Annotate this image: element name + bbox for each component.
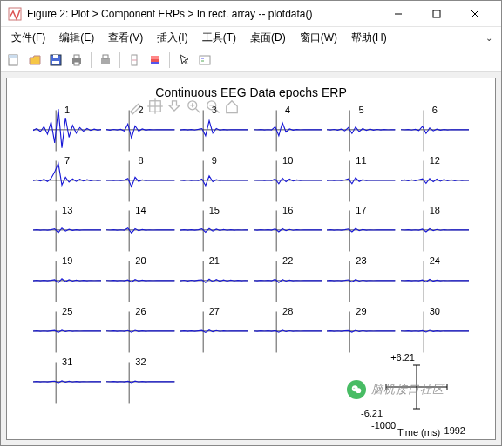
subplot[interactable]: 4 <box>254 106 322 153</box>
subplot[interactable]: 14 <box>106 207 174 254</box>
svg-rect-19 <box>151 62 159 64</box>
svg-point-105 <box>354 388 355 389</box>
subplot-label: 12 <box>430 155 440 166</box>
maximize-button[interactable] <box>417 2 456 26</box>
menu-help[interactable]: 帮助(H) <box>344 29 394 47</box>
svg-rect-9 <box>52 61 59 64</box>
save-icon[interactable] <box>46 51 65 70</box>
svg-point-107 <box>357 390 358 390</box>
insert-legend-icon[interactable] <box>195 51 214 70</box>
menu-window[interactable]: 窗口(W) <box>293 29 344 47</box>
svg-rect-6 <box>9 55 17 58</box>
subplot[interactable]: 10 <box>254 157 322 204</box>
subplot[interactable]: 18 <box>401 207 469 254</box>
subplot[interactable]: 31 <box>33 358 101 405</box>
subplot-label: 17 <box>356 205 366 215</box>
menu-edit[interactable]: 编辑(E) <box>52 29 101 47</box>
subplot-label: 31 <box>62 356 72 367</box>
menu-expand-icon[interactable]: ⌄ <box>480 33 498 43</box>
pointer-icon[interactable] <box>174 51 193 70</box>
titlebar: Figure 2: Plot > Component ERPs > In rec… <box>1 1 501 27</box>
svg-rect-13 <box>101 58 110 64</box>
svg-rect-12 <box>74 62 79 65</box>
subplot[interactable]: 24 <box>401 257 469 304</box>
watermark-text: 脑机接口社区 <box>371 382 444 397</box>
svg-rect-2 <box>433 10 440 17</box>
subplot[interactable]: 1 <box>33 106 101 153</box>
subplot[interactable]: 23 <box>327 257 395 304</box>
subplot-label: 5 <box>358 105 363 115</box>
print-preview-icon[interactable] <box>96 51 115 70</box>
subplot[interactable]: 11 <box>327 157 395 204</box>
svg-line-31 <box>215 109 220 113</box>
toolbar <box>1 48 501 72</box>
subplot-label: 29 <box>356 306 366 316</box>
zoom-out-icon[interactable] <box>204 98 221 115</box>
subplot-label: 11 <box>356 155 366 166</box>
subplot-label: 9 <box>212 155 217 166</box>
subplot-label: 7 <box>64 155 70 166</box>
subplot-label: 18 <box>430 205 440 215</box>
figure-window: Figure 2: Plot > Component ERPs > In rec… <box>0 0 502 446</box>
subplot[interactable]: 22 <box>254 257 322 304</box>
subplot[interactable]: 15 <box>180 207 248 254</box>
zoom-in-icon[interactable] <box>185 98 202 115</box>
new-figure-icon[interactable] <box>4 51 24 70</box>
menu-view[interactable]: 查看(V) <box>101 29 150 47</box>
subplot-label: 8 <box>138 155 143 166</box>
menu-insert[interactable]: 插入(I) <box>150 29 194 47</box>
subplot[interactable]: 17 <box>327 207 395 254</box>
subplot-label: 16 <box>282 205 293 215</box>
subplot[interactable]: 12 <box>401 157 469 204</box>
subplot-label: 27 <box>209 306 220 316</box>
subplot[interactable]: 13 <box>33 207 101 254</box>
colorbar-icon[interactable] <box>146 51 165 70</box>
subplot-label: 13 <box>62 205 72 215</box>
subplot-label: 19 <box>62 255 72 266</box>
datacursor-icon[interactable] <box>146 98 164 115</box>
menu-desktop[interactable]: 桌面(D) <box>243 29 293 47</box>
svg-rect-14 <box>103 55 108 58</box>
chart-title: Continuous EEG Data epochs ERP <box>7 85 495 99</box>
subplot[interactable]: 6 <box>401 106 469 153</box>
close-button[interactable] <box>456 2 494 26</box>
subplot[interactable]: 29 <box>327 308 395 355</box>
home-icon[interactable] <box>223 98 241 115</box>
subplot[interactable]: 19 <box>33 257 101 304</box>
subplot[interactable]: 9 <box>180 157 248 204</box>
menu-file[interactable]: 文件(F) <box>4 29 52 47</box>
minimize-button[interactable] <box>379 2 417 26</box>
subplot[interactable]: 7 <box>33 157 101 204</box>
subplot[interactable]: 5 <box>327 106 395 153</box>
svg-rect-20 <box>200 56 210 64</box>
brush-icon[interactable] <box>127 98 145 115</box>
svg-rect-18 <box>151 59 159 62</box>
link-icon[interactable] <box>125 51 144 70</box>
figure-toolbar-overlay <box>127 98 241 115</box>
subplot[interactable]: 20 <box>106 257 174 304</box>
subplot[interactable]: 8 <box>106 157 174 204</box>
svg-line-27 <box>196 109 200 113</box>
subplot-label: 1 <box>64 105 70 115</box>
subplot[interactable]: 26 <box>106 308 174 355</box>
subplot-label: 28 <box>282 306 293 316</box>
svg-point-106 <box>356 388 356 389</box>
pan-icon[interactable] <box>166 98 183 115</box>
subplot-label: 23 <box>356 255 366 266</box>
subplot-label: 24 <box>430 255 440 266</box>
window-title: Figure 2: Plot > Component ERPs > In rec… <box>27 8 379 20</box>
open-icon[interactable] <box>25 51 44 70</box>
subplot[interactable]: 16 <box>254 207 322 254</box>
subplot[interactable]: 21 <box>180 257 248 304</box>
axis-xmin: -1000 <box>371 420 396 431</box>
subplot[interactable]: 28 <box>254 308 322 355</box>
print-icon[interactable] <box>67 51 86 70</box>
subplot-label: 4 <box>285 105 290 115</box>
subplot[interactable]: 32 <box>106 358 174 405</box>
subplot[interactable]: 27 <box>180 308 248 355</box>
subplot[interactable]: 30 <box>401 308 469 355</box>
subplot[interactable]: 25 <box>33 308 101 355</box>
menu-tools[interactable]: 工具(T) <box>195 29 243 47</box>
toolbar-separator <box>91 52 92 68</box>
subplot-label: 21 <box>209 255 220 266</box>
